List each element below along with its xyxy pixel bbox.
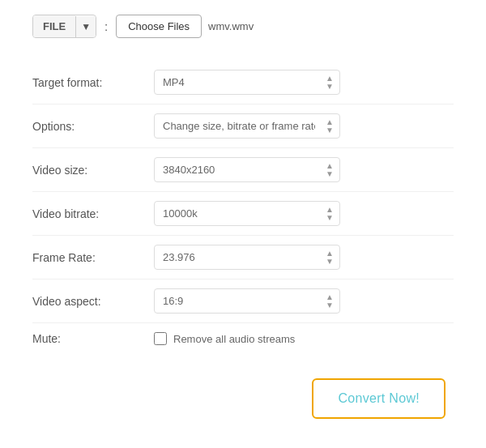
file-colon: : <box>104 19 108 33</box>
options-control: Change size, bitrate or frame rate ▲ ▼ <box>154 113 340 139</box>
options-row: Options: Change size, bitrate or frame r… <box>32 105 454 148</box>
frame-rate-row: Frame Rate: 23.976 ▲ ▼ <box>32 236 454 279</box>
video-size-select[interactable]: 3840x2160 <box>154 157 340 182</box>
video-bitrate-wrapper: 10000k ▲ ▼ <box>154 201 340 226</box>
video-aspect-control: 16:9 ▲ ▼ <box>154 288 340 314</box>
video-aspect-row: Video aspect: 16:9 ▲ ▼ <box>32 279 454 323</box>
target-format-row: Target format: MP4 ▲ ▼ <box>32 61 454 105</box>
target-format-select[interactable]: MP4 <box>154 70 340 95</box>
frame-rate-control: 23.976 ▲ ▼ <box>154 245 340 270</box>
mute-checkbox[interactable] <box>154 332 167 345</box>
video-bitrate-row: Video bitrate: 10000k ▲ ▼ <box>32 192 454 236</box>
options-label: Options: <box>32 120 154 133</box>
main-container: FILE ▼ : Choose Files wmv.wmv Target for… <box>0 0 486 435</box>
video-size-label: Video size: <box>32 164 154 177</box>
file-type-dropdown-button[interactable]: ▼ <box>75 16 96 37</box>
frame-rate-wrapper: 23.976 ▲ ▼ <box>154 245 340 270</box>
video-size-control: 3840x2160 ▲ ▼ <box>154 157 340 182</box>
choose-files-button[interactable]: Choose Files <box>116 15 202 38</box>
video-aspect-wrapper: 16:9 ▲ ▼ <box>154 288 340 314</box>
convert-area: Convert Now! <box>32 378 454 419</box>
video-size-wrapper: 3840x2160 ▲ ▼ <box>154 157 340 182</box>
video-aspect-label: Video aspect: <box>32 295 154 308</box>
video-bitrate-label: Video bitrate: <box>32 207 154 220</box>
file-row: FILE ▼ : Choose Files wmv.wmv <box>32 15 454 38</box>
file-type-button[interactable]: FILE <box>33 15 75 37</box>
video-size-row: Video size: 3840x2160 ▲ ▼ <box>32 148 454 192</box>
target-format-control: MP4 ▲ ▼ <box>154 70 340 95</box>
mute-checkbox-area: Remove all audio streams <box>154 332 295 345</box>
options-wrapper: Change size, bitrate or frame rate ▲ ▼ <box>154 113 340 139</box>
mute-label: Mute: <box>32 332 154 345</box>
video-aspect-select[interactable]: 16:9 <box>154 288 340 314</box>
convert-now-button[interactable]: Convert Now! <box>312 378 446 419</box>
frame-rate-select[interactable]: 23.976 <box>154 245 340 270</box>
file-type-group: FILE ▼ <box>32 15 96 38</box>
options-select[interactable]: Change size, bitrate or frame rate <box>154 113 340 139</box>
target-format-label: Target format: <box>32 76 154 89</box>
file-name-label: wmv.wmv <box>208 20 254 32</box>
mute-checkbox-label: Remove all audio streams <box>173 333 295 345</box>
target-format-wrapper: MP4 ▲ ▼ <box>154 70 340 95</box>
mute-row: Mute: Remove all audio streams <box>32 323 454 354</box>
form-section: Target format: MP4 ▲ ▼ Options: <box>32 61 454 354</box>
video-bitrate-control: 10000k ▲ ▼ <box>154 201 340 226</box>
frame-rate-label: Frame Rate: <box>32 251 154 264</box>
video-bitrate-select[interactable]: 10000k <box>154 201 340 226</box>
